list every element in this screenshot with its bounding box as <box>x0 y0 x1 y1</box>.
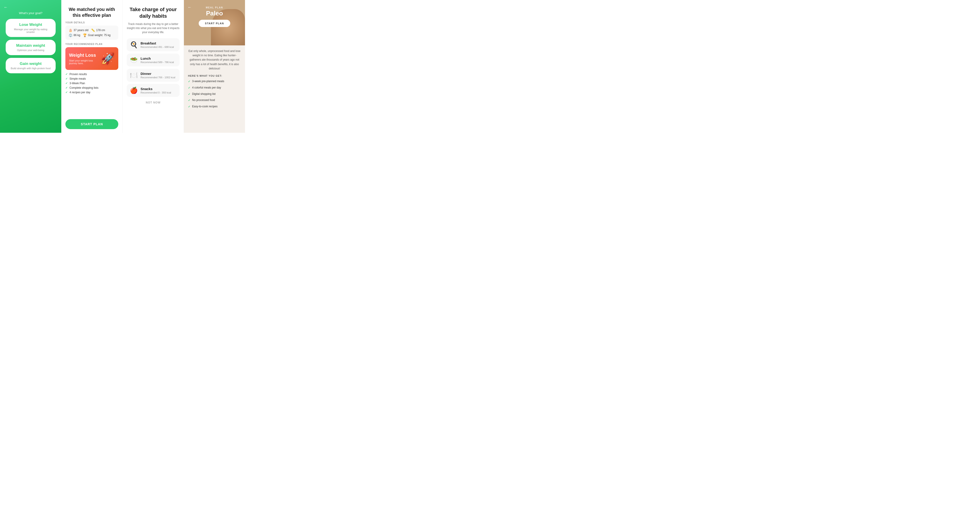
benefit-text-5: Easy-to-cook recipes <box>192 105 218 108</box>
meal-card-dinner[interactable]: 🍽️ Dinner Recommended 766 - 1002 kcal <box>127 69 180 82</box>
weight-value: 86 kg <box>73 33 80 37</box>
benefit-text-2: 4 colorful meals per day <box>192 86 221 90</box>
height-icon: 📏 <box>91 29 95 32</box>
goal-title-gain: Gain weight <box>10 62 51 66</box>
check-icon-4: ✓ <box>65 86 68 89</box>
check-icon-5: ✓ <box>65 91 68 94</box>
benefit-check-3: ✓ <box>188 92 190 96</box>
panel-matched-plan: We matched you with this effective plan … <box>61 0 123 133</box>
checklist-item-5: ✓ 4 recipes per day <box>65 91 118 94</box>
paleo-title: Paleo <box>206 10 223 17</box>
dinner-name: Dinner <box>140 72 175 76</box>
benefit-check-4: ✓ <box>188 98 190 102</box>
lunch-icon: 🥗 <box>130 56 138 64</box>
back-button[interactable]: ← <box>4 5 8 10</box>
rocket-icon: 🚀 <box>101 52 115 65</box>
plan-name: Weight Loss <box>69 52 101 58</box>
benefit-item-2: ✓ 4 colorful meals per day <box>188 86 241 90</box>
benefit-check-1: ✓ <box>188 80 190 84</box>
plan-card[interactable]: Weight Loss Start your weight loss journ… <box>65 47 118 70</box>
paleo-description: Eat only whole, unprocessed food and los… <box>188 49 241 71</box>
habits-title: Take charge of your daily habits <box>127 6 180 19</box>
paleo-header: ← MEAL PLAN Paleo START PLAN <box>184 0 245 45</box>
snacks-icon: 🍎 <box>130 87 138 94</box>
check-icon-1: ✓ <box>65 73 68 76</box>
goal-card-maintain[interactable]: Maintain weight Optimize your well-being <box>6 40 56 55</box>
start-plan-button[interactable]: START PLAN <box>65 119 118 129</box>
lunch-kcal: Recommended 589 - 786 kcal <box>140 61 174 63</box>
paleo-back-button[interactable]: ← <box>188 5 192 10</box>
plan-label: YOUR RECOMMENDED PLAN <box>65 43 118 45</box>
benefits-title: HERE'S WHAT YOU GET: <box>188 74 241 77</box>
benefit-item-4: ✓ No processed food <box>188 98 241 102</box>
goal-desc-gain: Build strength with high-protein food <box>10 67 51 70</box>
checklist-item-2: ✓ Simple meals <box>65 77 118 80</box>
goal-weight-value: Goal weight: 75 kg <box>88 33 110 37</box>
paleo-content: Eat only whole, unprocessed food and los… <box>184 45 245 114</box>
meal-card-breakfast[interactable]: 🍳 Breakfast Recommended 491 - 688 kcal <box>127 38 180 51</box>
meal-card-lunch[interactable]: 🥗 Lunch Recommended 589 - 786 kcal <box>127 54 180 67</box>
goal-title-maintain: Maintain weight <box>10 43 51 48</box>
height-value: 178 cm <box>96 29 105 32</box>
breakfast-name: Breakfast <box>140 41 174 45</box>
goal-desc-maintain: Optimize your well-being <box>10 49 51 52</box>
age-value: 37 years old <box>73 29 88 32</box>
details-box: 🎂 37 years old 📏 178 cm ⚖️ 86 kg 🏆 Goal … <box>65 25 118 40</box>
dinner-kcal: Recommended 766 - 1002 kcal <box>140 76 175 79</box>
weight-icon: ⚖️ <box>68 33 72 37</box>
plan-checklist: ✓ Proven results ✓ Simple meals ✓ 3-Week… <box>65 73 118 95</box>
plan-subtitle: Start your weight loss journey here. <box>69 59 101 65</box>
benefit-text-3: Digital shopping list <box>192 92 215 96</box>
meal-card-snacks[interactable]: 🍎 Snacks Recommended 0 - 393 kcal <box>127 84 180 97</box>
benefit-text-4: No processed food <box>192 98 215 102</box>
meal-plan-label: MEAL PLAN <box>206 6 223 9</box>
goal-card-lose-weight[interactable]: Lose Weight Manage your weight by eating… <box>6 19 56 37</box>
dinner-icon: 🍽️ <box>130 71 138 79</box>
age-icon: 🎂 <box>68 29 72 32</box>
matched-plan-title: We matched you with this effective plan <box>65 6 118 18</box>
check-icon-3: ✓ <box>65 82 68 85</box>
panel-goal-selection: ← What's your goal? Lose Weight Manage y… <box>0 0 61 133</box>
checklist-item-1: ✓ Proven results <box>65 73 118 76</box>
goal-card-gain[interactable]: Gain weight Build strength with high-pro… <box>6 58 56 73</box>
goal-icon: 🏆 <box>83 33 87 37</box>
benefit-check-2: ✓ <box>188 86 190 90</box>
benefit-check-5: ✓ <box>188 105 190 109</box>
lunch-name: Lunch <box>140 57 174 60</box>
details-label: YOUR DETAILS <box>65 21 118 24</box>
benefit-item-5: ✓ Easy-to-cook recipes <box>188 105 241 109</box>
not-now-button[interactable]: NOT NOW <box>127 101 180 104</box>
panel-daily-habits: Take charge of your daily habits Track m… <box>123 0 184 133</box>
checklist-item-3: ✓ 3-Week Plan <box>65 82 118 85</box>
paleo-start-button[interactable]: START PLAN <box>199 20 231 27</box>
habits-subtitle: Track meals during the day to get a bett… <box>127 22 180 34</box>
checklist-item-4: ✓ Complete shopping lists <box>65 86 118 89</box>
goal-desc-lose-weight: Manage your weight by eating smarter <box>10 28 51 33</box>
benefit-item-1: ✓ 3-week pre-planned meals <box>188 79 241 84</box>
benefit-text-1: 3-week pre-planned meals <box>192 79 224 83</box>
snacks-name: Snacks <box>140 87 171 91</box>
breakfast-icon: 🍳 <box>130 41 138 49</box>
check-icon-2: ✓ <box>65 77 68 80</box>
benefit-item-3: ✓ Digital shopping list <box>188 92 241 96</box>
breakfast-kcal: Recommended 491 - 688 kcal <box>140 46 174 48</box>
panel-paleo-plan: ← MEAL PLAN Paleo START PLAN Eat only wh… <box>184 0 245 133</box>
goal-title-lose-weight: Lose Weight <box>10 22 51 27</box>
snacks-kcal: Recommended 0 - 393 kcal <box>140 91 171 94</box>
goal-question: What's your goal? <box>19 11 43 15</box>
